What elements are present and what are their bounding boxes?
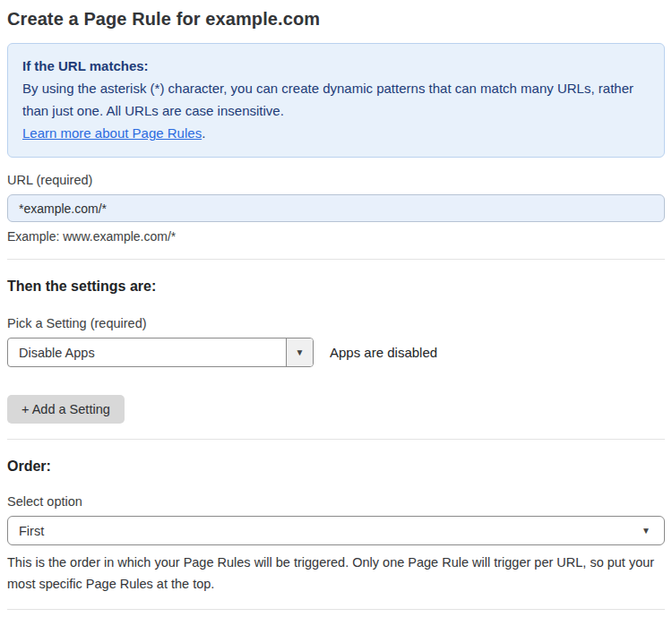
order-select-caret-area: ▼ — [642, 517, 664, 544]
setting-row: Disable Apps ▼ Apps are disabled — [7, 338, 665, 367]
page-title: Create a Page Rule for example.com — [7, 0, 665, 30]
add-setting-button[interactable]: + Add a Setting — [7, 395, 125, 424]
info-box-link-line: Learn more about Page Rules. — [22, 122, 650, 144]
setting-select-arrow-button[interactable]: ▼ — [286, 338, 313, 366]
url-input[interactable] — [7, 194, 665, 222]
divider — [7, 609, 665, 610]
chevron-down-icon: ▼ — [642, 527, 650, 536]
chevron-down-icon: ▼ — [296, 348, 305, 357]
settings-section-heading: Then the settings are: — [7, 279, 665, 295]
order-select-label: Select option — [7, 494, 665, 509]
order-select[interactable]: First ▼ — [7, 516, 665, 545]
learn-more-link[interactable]: Learn more about Page Rules — [22, 125, 202, 141]
order-help-text: This is the order in which your Page Rul… — [7, 552, 665, 595]
url-example-text: Example: www.example.com/* — [7, 229, 665, 244]
divider — [7, 439, 665, 440]
setting-picker-label: Pick a Setting (required) — [7, 316, 665, 330]
divider — [7, 259, 665, 260]
page-rule-form: Create a Page Rule for example.com If th… — [0, 0, 672, 617]
setting-select[interactable]: Disable Apps ▼ — [7, 338, 314, 367]
setting-status-text: Apps are disabled — [330, 345, 437, 360]
order-section-heading: Order: — [7, 458, 665, 475]
info-box-heading: If the URL matches: — [22, 55, 650, 77]
link-period: . — [202, 125, 205, 141]
url-field-label: URL (required) — [7, 173, 665, 187]
info-box-body: By using the asterisk (*) character, you… — [22, 77, 650, 122]
setting-select-value: Disable Apps — [8, 338, 286, 366]
url-match-info-box: If the URL matches: By using the asteris… — [7, 43, 665, 158]
order-select-value: First — [8, 517, 642, 544]
